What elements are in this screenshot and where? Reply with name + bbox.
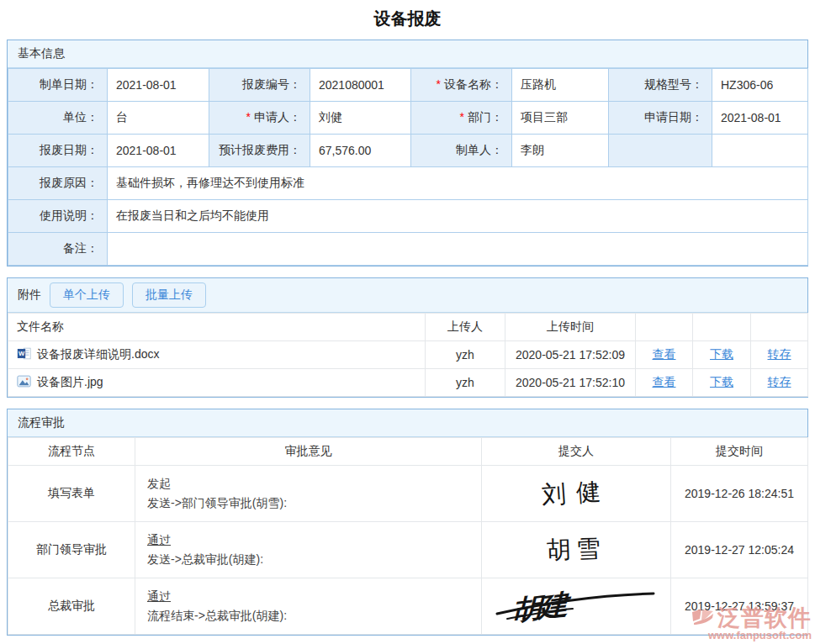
table-header-row: 流程节点 审批意见 提交人 提交时间 xyxy=(8,438,808,466)
column-header-action-3 xyxy=(751,314,808,341)
flow-node: 总裁审批 xyxy=(8,578,135,635)
field-label-spec-model: 规格型号： xyxy=(609,69,712,102)
field-label-make-date: 制单日期： xyxy=(8,69,108,102)
table-row: 报废原因： 基础件损坏，再修理达不到使用标准 xyxy=(8,167,808,200)
page-title: 设备报废 xyxy=(0,0,815,40)
table-row: 报废日期： 2021-08-01 预计报废费用： 67,576.00 制单人： … xyxy=(8,135,808,167)
download-link[interactable]: 下载 xyxy=(710,347,733,361)
table-row: W 设备报废详细说明.docx yzh 2020-05-21 17:52:09 … xyxy=(8,341,808,369)
field-label-maker: 制单人： xyxy=(411,135,512,167)
submit-time: 2019-12-27 12:05:24 xyxy=(671,522,808,578)
field-label-scrap-reason: 报废原因： xyxy=(8,167,108,200)
column-header-flow-node: 流程节点 xyxy=(8,438,135,466)
word-file-icon: W xyxy=(17,346,31,363)
approval-section-title: 流程审批 xyxy=(18,415,65,430)
signature: 刘健 xyxy=(541,474,612,513)
column-header-file-name: 文件名称 xyxy=(8,314,426,341)
field-label-scrap-date: 报废日期： xyxy=(8,135,108,167)
field-value-remark xyxy=(108,233,808,266)
file-uploader: yzh xyxy=(426,369,505,397)
file-name: 设备图片.jpg xyxy=(37,375,103,390)
field-value-maker: 李朗 xyxy=(512,135,609,167)
approval-result[interactable]: 通过 xyxy=(147,589,171,603)
field-label-department: *部门： xyxy=(411,102,512,135)
column-header-action-1 xyxy=(636,314,693,341)
column-header-upload-time: 上传时间 xyxy=(505,314,636,341)
table-row: 总裁审批 通过 流程结束->总裁审批(胡建): 胡建 2019-12-27 13… xyxy=(8,578,808,635)
flow-node: 部门领导审批 xyxy=(8,522,135,578)
download-link[interactable]: 下载 xyxy=(710,375,733,388)
column-header-submit-time: 提交时间 xyxy=(671,438,808,466)
approval-result: 发起 xyxy=(147,474,469,494)
approval-result[interactable]: 通过 xyxy=(147,533,171,546)
batch-upload-button[interactable]: 批量上传 xyxy=(132,282,206,308)
field-value-usage-note: 在报废当日和之后均不能使用 xyxy=(108,200,808,233)
file-upload-time: 2020-05-21 17:52:09 xyxy=(505,341,636,369)
field-label-equipment-name: *设备名称： xyxy=(411,69,512,102)
approval-detail: 发送->总裁审批(胡建): xyxy=(147,550,469,569)
field-value-estimated-cost: 67,576.00 xyxy=(310,135,411,167)
image-file-icon xyxy=(17,374,31,391)
table-header-row: 文件名称 上传人 上传时间 xyxy=(8,314,808,341)
basic-info-panel: 基本信息 制单日期： 2021-08-01 报废编号： 2021080001 *… xyxy=(7,40,808,267)
field-label-unit: 单位： xyxy=(8,102,108,135)
file-upload-time: 2020-05-21 17:52:10 xyxy=(505,369,636,397)
file-name: 设备报废详细说明.docx xyxy=(37,347,159,362)
column-header-submitter: 提交人 xyxy=(482,438,671,466)
attachments-panel: 附件 单个上传 批量上传 文件名称 上传人 上传时间 xyxy=(7,277,808,398)
attachments-section-title: 附件 xyxy=(18,288,41,303)
column-header-opinion: 审批意见 xyxy=(135,438,482,466)
field-label-usage-note: 使用说明： xyxy=(8,200,108,233)
basic-info-section-title: 基本信息 xyxy=(18,46,65,61)
approval-table: 流程节点 审批意见 提交人 提交时间 填写表单 发起 发送->部门领导审批(胡雪… xyxy=(8,437,808,635)
column-header-action-2 xyxy=(693,314,751,341)
field-value-apply-date: 2021-08-01 xyxy=(712,102,808,135)
field-value-department: 项目三部 xyxy=(512,102,609,135)
table-row: 设备图片.jpg yzh 2020-05-21 17:52:10 查看 下载 转… xyxy=(8,369,808,397)
basic-info-section-header: 基本信息 xyxy=(8,40,807,68)
field-label-applicant: *申请人： xyxy=(209,102,310,135)
field-label-remark: 备注： xyxy=(8,233,108,266)
signature: 胡雪 xyxy=(546,532,606,567)
signature-flourish: 胡建 xyxy=(492,582,660,629)
approval-detail: 发送->部门领导审批(胡雪): xyxy=(147,494,469,513)
field-value-make-date: 2021-08-01 xyxy=(108,69,209,102)
single-upload-button[interactable]: 单个上传 xyxy=(50,282,124,308)
field-label-scrap-no: 报废编号： xyxy=(209,69,310,102)
approval-detail: 流程结束->总裁审批(胡建): xyxy=(147,606,469,626)
table-row: 使用说明： 在报废当日和之后均不能使用 xyxy=(8,200,808,233)
table-row: 部门领导审批 通过 发送->总裁审批(胡建): 胡雪 2019-12-27 12… xyxy=(8,522,808,578)
field-label-apply-date: 申请日期： xyxy=(609,102,712,135)
field-value-spec-model: HZ306-06 xyxy=(712,69,808,102)
transfer-link[interactable]: 转存 xyxy=(768,347,791,361)
submit-time: 2019-12-26 18:24:51 xyxy=(671,466,808,522)
table-row: 备注： xyxy=(8,233,808,266)
required-asterisk: * xyxy=(246,110,251,124)
field-label-empty xyxy=(609,135,712,167)
table-row: 制单日期： 2021-08-01 报废编号： 2021080001 *设备名称：… xyxy=(8,69,808,102)
field-value-equipment-name: 压路机 xyxy=(512,69,609,102)
attachments-section-header: 附件 单个上传 批量上传 xyxy=(8,278,807,313)
field-value-empty xyxy=(712,135,808,167)
submit-time: 2019-12-27 13:59:37 xyxy=(671,578,808,635)
field-value-unit: 台 xyxy=(108,102,209,135)
attachments-table: 文件名称 上传人 上传时间 W xyxy=(8,313,808,397)
field-value-scrap-no: 2021080001 xyxy=(310,69,411,102)
view-link[interactable]: 查看 xyxy=(653,375,676,388)
svg-text:W: W xyxy=(19,350,25,357)
approval-section-header: 流程审批 xyxy=(8,409,807,437)
file-uploader: yzh xyxy=(426,341,505,369)
field-value-scrap-reason: 基础件损坏，再修理达不到使用标准 xyxy=(108,167,808,200)
field-value-scrap-date: 2021-08-01 xyxy=(108,135,209,167)
required-asterisk: * xyxy=(460,110,464,124)
column-header-uploader: 上传人 xyxy=(426,314,505,341)
basic-info-table: 制单日期： 2021-08-01 报废编号： 2021080001 *设备名称：… xyxy=(8,68,808,266)
table-row: 填写表单 发起 发送->部门领导审批(胡雪): 刘健 2019-12-26 18… xyxy=(8,466,808,522)
flow-node: 填写表单 xyxy=(8,466,135,522)
table-row: 单位： 台 *申请人： 刘健 *部门： 项目三部 申请日期： 2021-08-0… xyxy=(8,102,808,135)
transfer-link[interactable]: 转存 xyxy=(768,375,791,388)
required-asterisk: * xyxy=(437,77,441,91)
view-link[interactable]: 查看 xyxy=(653,347,676,361)
approval-panel: 流程审批 流程节点 审批意见 提交人 提交时间 填写表单 发起 发送->部门领导… xyxy=(7,409,808,636)
field-label-estimated-cost: 预计报废费用： xyxy=(209,135,310,167)
